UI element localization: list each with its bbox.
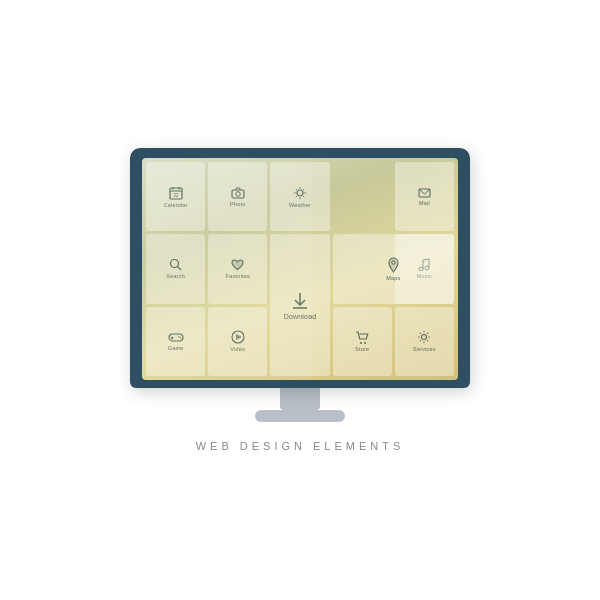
tile-search-label: Search: [166, 273, 185, 279]
svg-marker-33: [236, 334, 242, 340]
sun-icon: [293, 186, 307, 200]
svg-line-15: [296, 196, 297, 197]
tile-video-label: Video: [230, 346, 245, 352]
screen: 22 Calendar Photo: [142, 158, 458, 380]
tile-favorites-label: Favorites: [226, 273, 250, 279]
tile-maps-label: Maps: [386, 275, 400, 281]
cart-icon: [355, 331, 369, 344]
tile-services[interactable]: Services: [395, 307, 454, 376]
svg-point-31: [180, 337, 181, 338]
camera-icon: [231, 187, 245, 199]
tile-calendar-label: Calendar: [164, 202, 188, 208]
svg-text:22: 22: [173, 193, 179, 198]
calendar-icon: 22: [169, 186, 183, 200]
monitor-stand-base: [255, 410, 345, 422]
tile-weather-label: Weather: [289, 202, 311, 208]
tile-store[interactable]: Store: [333, 307, 392, 376]
svg-point-22: [171, 260, 179, 268]
monitor-wrapper: 22 Calendar Photo: [130, 148, 470, 452]
svg-point-35: [364, 342, 366, 344]
tile-favorites[interactable]: Favorites: [208, 234, 267, 303]
play-icon: [231, 330, 245, 344]
tile-mail-label: Mail: [419, 200, 430, 206]
tile-video[interactable]: Video: [208, 307, 267, 376]
svg-point-30: [178, 336, 179, 337]
svg-point-6: [235, 191, 240, 196]
tile-services-label: Services: [413, 346, 436, 352]
tile-store-label: Store: [355, 346, 369, 352]
download-icon: [290, 291, 310, 311]
pin-icon: [387, 257, 400, 273]
mail-icon: [418, 188, 431, 198]
gamepad-icon: [168, 332, 184, 343]
tile-maps[interactable]: Maps: [333, 234, 454, 303]
svg-point-34: [360, 342, 362, 344]
heart-icon: [231, 259, 244, 271]
tile-photo[interactable]: Photo: [208, 162, 267, 231]
tile-mail[interactable]: Mail: [395, 162, 454, 231]
svg-line-13: [303, 196, 304, 197]
monitor: 22 Calendar Photo: [130, 148, 470, 388]
monitor-stand-neck: [280, 388, 320, 410]
svg-line-12: [296, 188, 297, 189]
tile-weather[interactable]: Weather: [270, 162, 329, 231]
gear-icon: [417, 330, 431, 344]
search-icon: [169, 258, 182, 271]
tile-photo-label: Photo: [230, 201, 245, 207]
tile-game-label: Game: [168, 345, 184, 351]
tile-download-label: Download: [284, 313, 317, 320]
tile-calendar[interactable]: 22 Calendar: [146, 162, 205, 231]
svg-line-23: [178, 267, 182, 271]
tile-download[interactable]: Download: [270, 234, 329, 376]
svg-rect-5: [232, 190, 244, 198]
svg-point-36: [422, 335, 427, 340]
tile-search[interactable]: Search: [146, 234, 205, 303]
svg-point-7: [297, 190, 303, 196]
svg-line-14: [303, 188, 304, 189]
tile-game[interactable]: Game: [146, 307, 205, 376]
page-title: WEB DESIGN ELEMENTS: [196, 440, 405, 452]
